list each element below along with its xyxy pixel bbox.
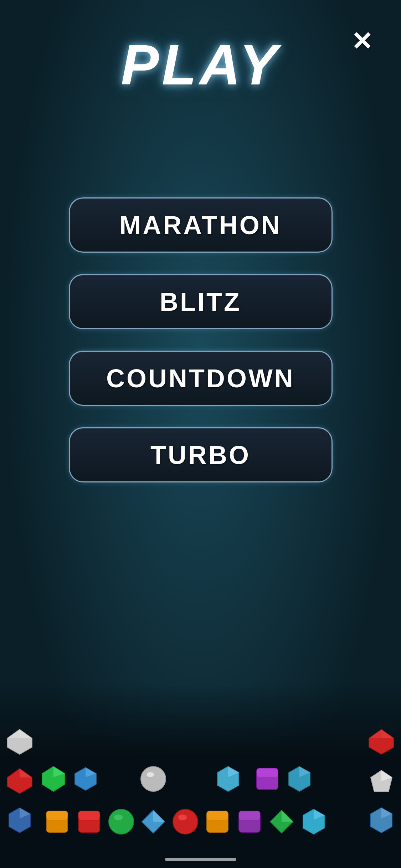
turbo-button[interactable]: TURBO bbox=[69, 427, 333, 482]
page-title: PLAY bbox=[121, 32, 280, 98]
close-button[interactable]: ✕ bbox=[351, 29, 372, 54]
blitz-button[interactable]: BLITZ bbox=[69, 274, 333, 329]
main-content: ✕ PLAY MARATHON BLITZ COUNTDOWN TURBO bbox=[0, 0, 401, 868]
game-modes-container: MARATHON BLITZ COUNTDOWN TURBO bbox=[0, 197, 401, 482]
marathon-button[interactable]: MARATHON bbox=[69, 197, 333, 253]
countdown-button[interactable]: COUNTDOWN bbox=[69, 351, 333, 406]
